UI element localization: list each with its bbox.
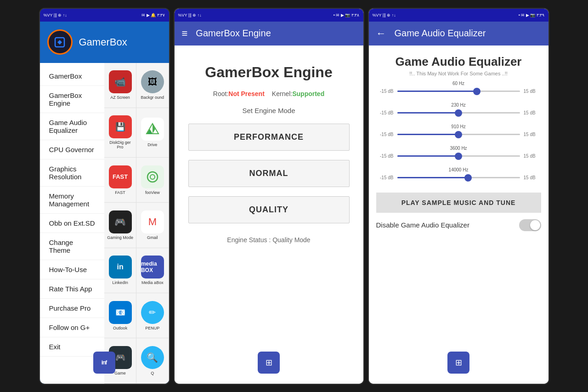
fooview-label: fooView <box>145 190 160 195</box>
diskdigger-label: DiskDig ger Pro <box>106 140 134 149</box>
menu-item-engine[interactable]: GamerBox Engine <box>40 86 105 113</box>
root-badge: Root:Not Present <box>213 90 265 97</box>
engine-mode-status: Engine Status : Quality Mode <box>227 236 310 244</box>
menu-item-graphics[interactable]: Graphics Resolution <box>40 159 105 187</box>
phone3-status-right: • ✉ ▶ 📷 ٣:٣٩ <box>519 13 545 17</box>
app-icon-gmail[interactable]: M Gmail <box>136 203 169 248</box>
phone3-toolbar: ← Game Audio Equalizer <box>369 22 548 45</box>
q-icon: 🔍 <box>141 346 164 369</box>
eq-freq-1: 230 Hz <box>376 102 541 108</box>
eq-db-right-2: 15 dB <box>524 132 541 137</box>
disable-row: Disable Game Audio Equalizer <box>376 217 541 233</box>
eq-band-3: 3600 Hz -15 dB 15 dB <box>376 146 541 164</box>
normal-button[interactable]: NORMAL <box>188 160 350 187</box>
back-arrow-icon[interactable]: ← <box>376 28 386 40</box>
background-label: Backgr ound <box>141 95 164 100</box>
quality-button[interactable]: QUALITY <box>188 196 350 223</box>
menu-item-cpu[interactable]: CPU Governor <box>40 140 105 159</box>
app-icon-azscreen[interactable]: 📹 AZ Screen <box>104 63 136 108</box>
app-icon-fast[interactable]: FAST FAST <box>104 158 136 203</box>
penup-icon: ✏ <box>141 301 164 324</box>
app-icon-q[interactable]: 🔍 Q <box>136 338 169 383</box>
kernel-badge: Kernel:Supported <box>272 90 324 97</box>
phone1-status-left: %VY ||| ⊕ ↑↓ <box>44 13 67 17</box>
phone2-float-icon-glyph: ⊞ <box>266 358 272 368</box>
eq-slider-3[interactable] <box>397 152 520 161</box>
eq-slider-0[interactable] <box>397 87 520 96</box>
eq-row-4: -15 dB 15 dB <box>376 173 541 182</box>
menu-item-howto[interactable]: How-To-Use <box>40 260 105 279</box>
app-icon-fooview[interactable]: fooView <box>136 158 169 203</box>
toggle-knob <box>530 220 540 230</box>
app-icon-linkedin[interactable]: in LinkedIn <box>104 248 136 293</box>
eq-db-left-1: -15 dB <box>376 110 394 115</box>
phone2-floating-icon: ⊞ <box>258 352 280 374</box>
play-sample-button[interactable]: PLAY SAMPLE MUSIC AND TUNE <box>376 193 541 213</box>
menu-item-audio[interactable]: Game Audio Equalizer <box>40 113 105 140</box>
eq-db-right-3: 15 dB <box>524 153 541 159</box>
azscreen-label: AZ Screen <box>110 95 130 100</box>
app-icon-diskdigger[interactable]: 💾 DiskDig ger Pro <box>104 108 136 158</box>
phone2-content: GamerBox Engine Root:Not Present Kernel:… <box>175 45 363 384</box>
diskdigger-icon: 💾 <box>109 115 132 138</box>
phone2-status-left: %VY ||| ⊕ ↑↓ <box>178 13 202 17</box>
menu-item-follow[interactable]: Follow on G+ <box>40 318 105 337</box>
eq-slider-1[interactable] <box>397 108 520 118</box>
phone2-toolbar-title: GamerBox Engine <box>196 28 271 39</box>
mediabox-icon: media BOX <box>141 256 164 278</box>
app-icon-background[interactable]: 🖼 Backgr ound <box>136 63 169 108</box>
phone1-status-bar: %VY ||| ⊕ ↑↓ ✉ ▶ 🔔 ٣:٣٧ <box>40 9 169 22</box>
penup-label: PENUP <box>145 326 159 330</box>
fast-icon: FAST <box>109 165 132 188</box>
eq-freq-0: 60 Hz <box>376 81 541 86</box>
fooview-icon <box>141 165 164 188</box>
eq-row-0: -15 dB 15 dB <box>376 87 541 96</box>
phone3-content: Game Audio Equalizer !!.. This May Not W… <box>369 45 548 384</box>
menu-item-theme[interactable]: Change Theme <box>40 233 105 260</box>
app-icon-gaming[interactable]: 🎮 Gaming Mode <box>104 203 136 248</box>
phone1-frame: %VY ||| ⊕ ↑↓ ✉ ▶ 🔔 ٣:٣٧ GamerBox GamerBo… <box>39 8 170 385</box>
menu-item-rate[interactable]: Rate This App <box>40 279 105 299</box>
outlook-icon: 📧 <box>109 301 132 324</box>
game2-label: Game <box>114 371 126 375</box>
screens-wrapper: %VY ||| ⊕ ↑↓ ✉ ▶ 🔔 ٣:٣٧ GamerBox GamerBo… <box>0 0 588 392</box>
phone3-float-icon-glyph: ⊞ <box>455 358 462 368</box>
phone2-status-bar: %VY ||| ⊕ ↑↓ • ✉ ▶ 📷 ٣:٣٨ <box>175 9 363 22</box>
menu-item-purchase[interactable]: Purchase Pro <box>40 299 105 318</box>
disable-label: Disable Game Audio Equalizer <box>376 221 469 229</box>
eq-row-3: -15 dB 15 dB <box>376 152 541 161</box>
eq-slider-4[interactable] <box>397 173 520 182</box>
eq-row-2: -15 dB 15 dB <box>376 130 541 139</box>
performance-button[interactable]: PERFORMANCE <box>188 124 350 151</box>
phone2-status-right: • ✉ ▶ 📷 ٣:٣٨ <box>334 13 360 17</box>
app-icon-drive[interactable]: Drive <box>136 108 169 158</box>
phone1-header: GamerBox <box>40 22 169 63</box>
phone1-menu: GamerBox GamerBox Engine Game Audio Equa… <box>40 63 105 384</box>
gmail-icon: M <box>141 210 164 233</box>
eq-freq-2: 910 Hz <box>376 124 541 129</box>
hamburger-icon[interactable]: ≡ <box>182 28 188 40</box>
eq-db-right-4: 15 dB <box>524 175 541 180</box>
eq-slider-2[interactable] <box>397 130 520 139</box>
svg-point-6 <box>150 175 155 179</box>
eq-db-right-0: 15 dB <box>524 89 541 94</box>
kernel-status: Supported <box>292 90 324 97</box>
gamerbox-logo <box>47 29 73 55</box>
menu-item-obb[interactable]: Obb on Ext.SD <box>40 214 105 233</box>
menu-item-memory[interactable]: Memory Management <box>40 187 105 214</box>
eq-row-1: -15 dB 15 dB <box>376 108 541 118</box>
app-icon-penup[interactable]: ✏ PENUP <box>136 293 169 338</box>
app-icon-outlook[interactable]: 📧 Outlook <box>104 293 136 338</box>
drive-label: Drive <box>147 142 157 147</box>
background-icon: 🖼 <box>141 70 164 93</box>
drive-icon <box>141 118 164 141</box>
eq-db-left-3: -15 dB <box>376 153 394 159</box>
app-icon-mediabox[interactable]: media BOX Media aBox <box>136 248 169 293</box>
logo-svg <box>53 35 67 49</box>
disable-toggle[interactable] <box>519 219 541 231</box>
phone2-frame: %VY ||| ⊕ ↑↓ • ✉ ▶ 📷 ٣:٣٨ ≡ GamerBox Eng… <box>174 8 364 385</box>
eq-band-0: 60 Hz -15 dB 15 dB <box>376 81 541 99</box>
root-status: Not Present <box>228 90 265 97</box>
menu-item-gamerbox[interactable]: GamerBox <box>40 67 105 86</box>
eq-freq-4: 14000 Hz <box>376 167 541 172</box>
